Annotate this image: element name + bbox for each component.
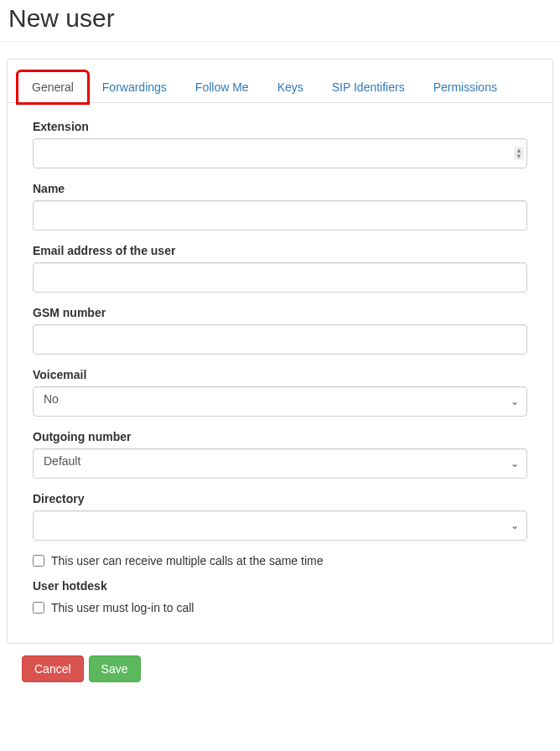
field-email: Email address of the user xyxy=(33,244,527,293)
directory-label: Directory xyxy=(33,492,527,505)
field-voicemail: Voicemail No ⌄ xyxy=(33,368,527,417)
hotdesk-login-label: This user must log-in to call xyxy=(51,601,194,614)
tab-label: Follow Me xyxy=(195,80,249,94)
directory-select-wrap: ⌄ xyxy=(33,510,527,541)
page-header: New user xyxy=(0,0,560,42)
tab-keys[interactable]: Keys xyxy=(263,71,318,103)
page-title: New user xyxy=(8,4,560,33)
form-body: Extension ▲ ▼ Name Email address of the … xyxy=(8,103,552,643)
outgoing-select-wrap: Default ⌄ xyxy=(33,448,527,479)
extension-label: Extension xyxy=(33,120,527,133)
name-input[interactable] xyxy=(33,200,527,230)
chevron-down-icon: ▼ xyxy=(516,153,522,159)
form-panel: General Forwardings Follow Me Keys SIP I… xyxy=(7,59,553,644)
field-gsm: GSM number xyxy=(33,306,527,355)
field-multicalls: This user can receive multiple calls at … xyxy=(33,554,527,567)
outgoing-label: Outgoing number xyxy=(33,430,527,443)
outgoing-value: Default xyxy=(44,454,80,468)
outgoing-select[interactable]: Default xyxy=(33,448,527,479)
field-hotdesk-login: This user must log-in to call xyxy=(33,601,527,614)
hotdesk-login-checkbox[interactable] xyxy=(33,602,44,614)
extension-input[interactable] xyxy=(33,138,527,168)
tab-permissions[interactable]: Permissions xyxy=(419,71,511,103)
field-directory: Directory ⌄ xyxy=(33,492,527,541)
gsm-label: GSM number xyxy=(33,306,527,319)
multicalls-checkbox[interactable] xyxy=(33,555,44,567)
voicemail-value: No xyxy=(44,392,59,406)
voicemail-select-wrap: No ⌄ xyxy=(33,386,527,417)
field-name: Name xyxy=(33,182,527,230)
field-outgoing: Outgoing number Default ⌄ xyxy=(33,430,527,479)
multicalls-label: This user can receive multiple calls at … xyxy=(51,554,323,567)
tab-label: General xyxy=(32,80,74,94)
form-actions: Cancel Save xyxy=(0,655,560,682)
save-button[interactable]: Save xyxy=(89,655,141,682)
tab-label: Keys xyxy=(277,80,303,94)
email-label: Email address of the user xyxy=(33,244,527,257)
tab-follow-me[interactable]: Follow Me xyxy=(181,71,263,103)
spinner-icon[interactable]: ▲ ▼ xyxy=(514,147,524,160)
cancel-button[interactable]: Cancel xyxy=(22,655,84,682)
gsm-input[interactable] xyxy=(33,324,527,355)
tab-forwardings[interactable]: Forwardings xyxy=(88,71,181,103)
voicemail-label: Voicemail xyxy=(33,368,527,381)
email-input[interactable] xyxy=(33,262,527,293)
tab-label: Forwardings xyxy=(102,80,167,94)
voicemail-select[interactable]: No xyxy=(33,386,527,417)
tab-sip-identifiers[interactable]: SIP Identifiers xyxy=(318,71,419,103)
cancel-label: Cancel xyxy=(34,662,71,676)
extension-input-wrap: ▲ ▼ xyxy=(33,138,527,168)
tabs-bar: General Forwardings Follow Me Keys SIP I… xyxy=(8,60,552,103)
tab-label: SIP Identifiers xyxy=(332,80,405,94)
hotdesk-section-label: User hotdesk xyxy=(33,579,527,593)
tab-general[interactable]: General xyxy=(18,71,88,103)
directory-select[interactable] xyxy=(33,510,527,541)
name-label: Name xyxy=(33,182,527,195)
save-label: Save xyxy=(101,662,128,676)
field-extension: Extension ▲ ▼ xyxy=(33,120,527,168)
tab-label: Permissions xyxy=(433,80,497,94)
